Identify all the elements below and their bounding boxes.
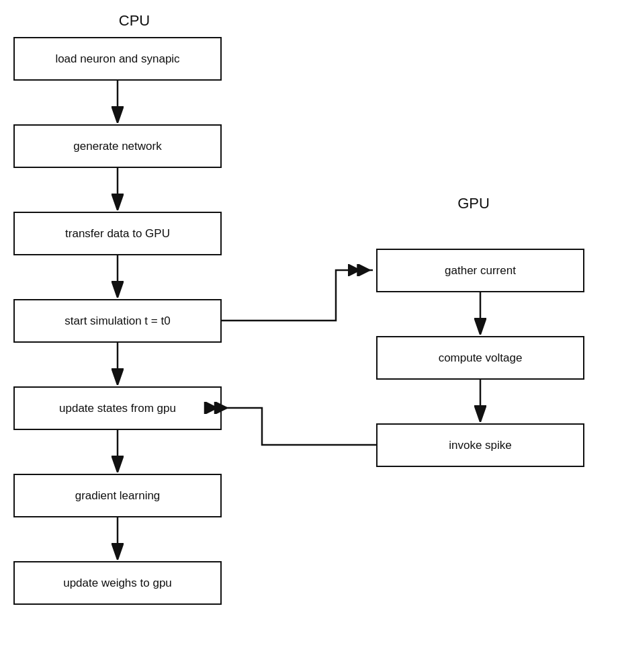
box-update-weighs: update weighs to gpu	[13, 561, 222, 605]
cpu-label: CPU	[34, 12, 235, 30]
box-gradient-learning: gradient learning	[13, 474, 222, 517]
diagram-container: CPU GPU load neuron and synapic generate…	[0, 0, 618, 672]
box-compute-voltage: compute voltage	[376, 336, 584, 380]
box-load-neuron: load neuron and synapic	[13, 37, 222, 81]
box-invoke-spike: invoke spike	[376, 423, 584, 467]
box-generate-network: generate network	[13, 124, 222, 168]
box-transfer-data: transfer data to GPU	[13, 212, 222, 255]
box-gather-current: gather current	[376, 249, 584, 292]
gpu-label: GPU	[390, 195, 558, 212]
box-update-states: update states from gpu	[13, 386, 222, 430]
box-start-simulation: start simulation t = t0	[13, 299, 222, 343]
